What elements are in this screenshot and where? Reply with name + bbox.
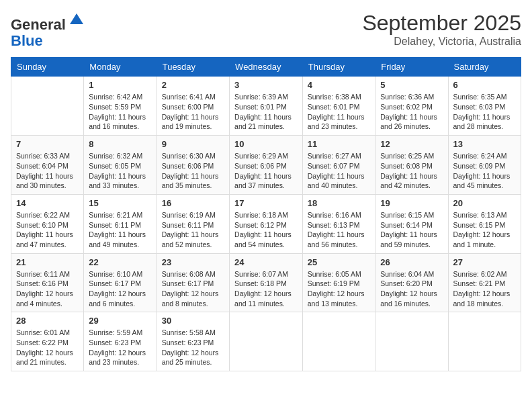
calendar-cell: 18Sunrise: 6:16 AMSunset: 6:13 PMDayligh… (302, 194, 375, 253)
calendar-cell: 26Sunrise: 6:04 AMSunset: 6:20 PMDayligh… (375, 253, 448, 312)
cell-info: Sunrise: 6:25 AMSunset: 6:08 PMDaylight:… (380, 151, 443, 191)
cell-info: Sunrise: 6:35 AMSunset: 6:03 PMDaylight:… (453, 92, 517, 132)
calendar-cell: 5Sunrise: 6:36 AMSunset: 6:02 PMDaylight… (375, 77, 448, 136)
cell-info: Sunrise: 6:42 AMSunset: 5:59 PMDaylight:… (89, 92, 151, 132)
page-header: General Blue September 2025 Delahey, Vic… (11, 11, 521, 49)
calendar-cell (302, 312, 375, 371)
day-of-week-header: Wednesday (230, 58, 303, 77)
cell-info: Sunrise: 6:32 AMSunset: 6:05 PMDaylight:… (89, 151, 151, 191)
calendar-week-row: 28Sunrise: 6:01 AMSunset: 6:22 PMDayligh… (11, 312, 521, 371)
day-of-week-header: Monday (84, 58, 157, 77)
cell-info: Sunrise: 5:59 AMSunset: 6:23 PMDaylight:… (89, 328, 151, 367)
day-number: 1 (89, 80, 151, 90)
day-number: 17 (234, 198, 298, 208)
cell-info: Sunrise: 6:04 AMSunset: 6:20 PMDaylight:… (380, 269, 443, 309)
day-number: 8 (89, 139, 151, 149)
day-number: 16 (162, 198, 224, 208)
calendar-cell: 25Sunrise: 6:05 AMSunset: 6:19 PMDayligh… (302, 253, 375, 312)
cell-info: Sunrise: 6:19 AMSunset: 6:11 PMDaylight:… (162, 210, 224, 250)
calendar-cell: 15Sunrise: 6:21 AMSunset: 6:11 PMDayligh… (84, 194, 157, 253)
calendar-cell: 2Sunrise: 6:41 AMSunset: 6:00 PMDaylight… (157, 77, 229, 136)
cell-info: Sunrise: 6:10 AMSunset: 6:17 PMDaylight:… (89, 269, 151, 309)
day-number: 12 (380, 139, 443, 149)
calendar-cell: 22Sunrise: 6:10 AMSunset: 6:17 PMDayligh… (84, 253, 157, 312)
day-number: 3 (234, 80, 298, 90)
calendar-cell: 16Sunrise: 6:19 AMSunset: 6:11 PMDayligh… (157, 194, 229, 253)
cell-info: Sunrise: 6:24 AMSunset: 6:09 PMDaylight:… (453, 151, 517, 191)
day-number: 15 (89, 198, 151, 208)
day-number: 9 (162, 139, 224, 149)
cell-info: Sunrise: 6:18 AMSunset: 6:12 PMDaylight:… (234, 210, 298, 250)
calendar-header-row: SundayMondayTuesdayWednesdayThursdayFrid… (11, 58, 521, 77)
calendar-cell: 23Sunrise: 6:08 AMSunset: 6:17 PMDayligh… (157, 253, 229, 312)
logo: General Blue (11, 11, 86, 49)
cell-info: Sunrise: 5:58 AMSunset: 6:23 PMDaylight:… (162, 328, 224, 367)
calendar-week-row: 21Sunrise: 6:11 AMSunset: 6:16 PMDayligh… (11, 253, 521, 312)
calendar-cell (448, 312, 521, 371)
calendar-cell: 20Sunrise: 6:13 AMSunset: 6:15 PMDayligh… (448, 194, 521, 253)
calendar-cell (375, 312, 448, 371)
day-number: 26 (380, 257, 443, 267)
day-of-week-header: Saturday (448, 58, 521, 77)
calendar-cell: 7Sunrise: 6:33 AMSunset: 6:04 PMDaylight… (11, 136, 84, 195)
calendar-cell: 30Sunrise: 5:58 AMSunset: 6:23 PMDayligh… (157, 312, 229, 371)
day-of-week-header: Sunday (11, 58, 84, 77)
calendar-cell (11, 77, 84, 136)
calendar-cell: 11Sunrise: 6:27 AMSunset: 6:07 PMDayligh… (302, 136, 375, 195)
calendar-cell: 1Sunrise: 6:42 AMSunset: 5:59 PMDaylight… (84, 77, 157, 136)
cell-info: Sunrise: 6:01 AMSunset: 6:22 PMDaylight:… (16, 328, 79, 367)
calendar-cell: 19Sunrise: 6:15 AMSunset: 6:14 PMDayligh… (375, 194, 448, 253)
calendar-cell: 28Sunrise: 6:01 AMSunset: 6:22 PMDayligh… (11, 312, 84, 371)
day-number: 29 (89, 316, 151, 326)
day-number: 21 (16, 257, 79, 267)
day-number: 24 (234, 257, 298, 267)
day-number: 10 (234, 139, 298, 149)
cell-info: Sunrise: 6:16 AMSunset: 6:13 PMDaylight:… (308, 210, 370, 250)
day-number: 2 (162, 80, 224, 90)
cell-info: Sunrise: 6:13 AMSunset: 6:15 PMDaylight:… (453, 210, 517, 250)
cell-info: Sunrise: 6:21 AMSunset: 6:11 PMDaylight:… (89, 210, 151, 250)
day-number: 25 (308, 257, 370, 267)
day-number: 18 (308, 198, 370, 208)
cell-info: Sunrise: 6:08 AMSunset: 6:17 PMDaylight:… (162, 269, 224, 309)
calendar-week-row: 1Sunrise: 6:42 AMSunset: 5:59 PMDaylight… (11, 77, 521, 136)
cell-info: Sunrise: 6:05 AMSunset: 6:19 PMDaylight:… (308, 269, 370, 309)
calendar-table: SundayMondayTuesdayWednesdayThursdayFrid… (11, 57, 521, 371)
month-title: September 2025 (362, 11, 521, 36)
svg-marker-0 (70, 13, 83, 24)
calendar-week-row: 14Sunrise: 6:22 AMSunset: 6:10 PMDayligh… (11, 194, 521, 253)
day-of-week-header: Thursday (302, 58, 375, 77)
cell-info: Sunrise: 6:33 AMSunset: 6:04 PMDaylight:… (16, 151, 79, 191)
logo-general: General (11, 16, 66, 33)
calendar-cell: 13Sunrise: 6:24 AMSunset: 6:09 PMDayligh… (448, 136, 521, 195)
calendar-cell: 8Sunrise: 6:32 AMSunset: 6:05 PMDaylight… (84, 136, 157, 195)
day-number: 19 (380, 198, 443, 208)
cell-info: Sunrise: 6:15 AMSunset: 6:14 PMDaylight:… (380, 210, 443, 250)
calendar-cell: 3Sunrise: 6:39 AMSunset: 6:01 PMDaylight… (230, 77, 303, 136)
calendar-cell: 6Sunrise: 6:35 AMSunset: 6:03 PMDaylight… (448, 77, 521, 136)
day-number: 6 (453, 80, 517, 90)
calendar-cell: 29Sunrise: 5:59 AMSunset: 6:23 PMDayligh… (84, 312, 157, 371)
day-number: 30 (162, 316, 224, 326)
day-of-week-header: Friday (375, 58, 448, 77)
day-number: 23 (162, 257, 224, 267)
calendar-cell: 27Sunrise: 6:02 AMSunset: 6:21 PMDayligh… (448, 253, 521, 312)
calendar-cell: 10Sunrise: 6:29 AMSunset: 6:06 PMDayligh… (230, 136, 303, 195)
calendar-cell: 21Sunrise: 6:11 AMSunset: 6:16 PMDayligh… (11, 253, 84, 312)
cell-info: Sunrise: 6:11 AMSunset: 6:16 PMDaylight:… (16, 269, 79, 309)
cell-info: Sunrise: 6:30 AMSunset: 6:06 PMDaylight:… (162, 151, 224, 191)
day-number: 5 (380, 80, 443, 90)
calendar-cell: 4Sunrise: 6:38 AMSunset: 6:01 PMDaylight… (302, 77, 375, 136)
calendar-week-row: 7Sunrise: 6:33 AMSunset: 6:04 PMDaylight… (11, 136, 521, 195)
logo-blue: Blue (11, 32, 43, 49)
title-block: September 2025 Delahey, Victoria, Austra… (362, 11, 521, 48)
day-number: 20 (453, 198, 517, 208)
cell-info: Sunrise: 6:38 AMSunset: 6:01 PMDaylight:… (308, 92, 370, 132)
day-number: 13 (453, 139, 517, 149)
day-number: 7 (16, 139, 79, 149)
day-number: 27 (453, 257, 517, 267)
day-number: 22 (89, 257, 151, 267)
cell-info: Sunrise: 6:29 AMSunset: 6:06 PMDaylight:… (234, 151, 298, 191)
cell-info: Sunrise: 6:39 AMSunset: 6:01 PMDaylight:… (234, 92, 298, 132)
day-number: 14 (16, 198, 79, 208)
